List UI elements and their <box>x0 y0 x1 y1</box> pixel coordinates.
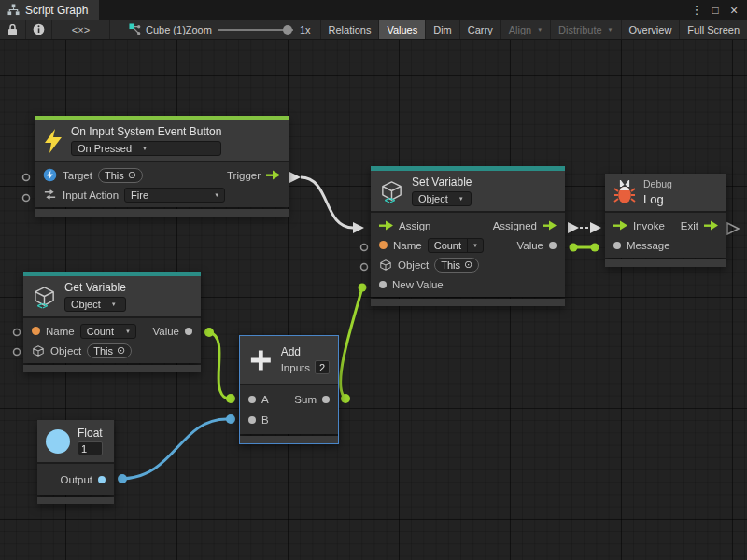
graph-canvas[interactable]: On Input System Event Button On Pressed … <box>0 40 747 560</box>
newvalue-input-port[interactable] <box>359 284 367 292</box>
add-a-input-port[interactable] <box>226 394 235 403</box>
node-header: <> Get Variable Object ▼ <box>23 276 201 316</box>
flow-arrow-icon[interactable] <box>704 220 718 231</box>
overview-button[interactable]: Overview <box>622 20 681 39</box>
b-port-dot[interactable] <box>248 416 256 424</box>
zoom-value: 1x <box>300 24 311 35</box>
graph-target[interactable]: Cube (1) <box>129 23 186 35</box>
script-graph-icon <box>7 4 20 16</box>
flow-arrow-icon[interactable] <box>543 220 557 231</box>
flow-arrow-icon[interactable] <box>613 220 627 231</box>
object-picker-icon: ⊙ <box>464 259 472 271</box>
wire-float-to-b[interactable] <box>122 419 227 479</box>
message-port-dot[interactable] <box>613 242 621 249</box>
toolbar-middle: Cube (1) Zoom 1x <box>110 20 321 39</box>
align-button[interactable]: Align ▼ <box>501 20 551 39</box>
new-value-port-row: New Value <box>371 274 565 294</box>
node-on-input-system-event[interactable]: On Input System Event Button On Pressed … <box>35 116 289 217</box>
output-port-row: Output <box>37 469 114 489</box>
trigger-output-port[interactable] <box>289 172 301 183</box>
target-object-value: This <box>105 170 124 181</box>
exit-output-ring[interactable] <box>727 223 739 234</box>
zoom-slider-handle[interactable] <box>283 25 292 35</box>
distribute-label: Distribute <box>558 24 601 35</box>
lock-icon <box>7 24 18 35</box>
input-action-value: Fire <box>125 189 154 201</box>
dim-button[interactable]: Dim <box>426 20 460 39</box>
tab-script-graph[interactable]: Script Graph <box>0 0 99 20</box>
variable-name-dropdown[interactable]: Count ▼ <box>428 238 484 253</box>
getvar-name-input-ring[interactable] <box>14 329 21 336</box>
object-picker[interactable]: This ⊙ <box>87 343 132 358</box>
port-label: Output <box>60 474 92 485</box>
inputs-count-field[interactable]: 2 <box>315 360 330 374</box>
bug-icon <box>613 180 636 204</box>
variable-scope-value: Object <box>413 193 454 204</box>
lock-button[interactable] <box>0 20 26 39</box>
maximize-icon[interactable]: □ <box>706 4 725 17</box>
assign-port-row: Assign Assigned <box>371 216 565 235</box>
carry-button[interactable]: Carry <box>460 20 501 39</box>
port-label: Invoke <box>633 220 665 231</box>
message-input-port[interactable] <box>591 244 599 252</box>
zoom-slider[interactable] <box>218 25 293 35</box>
inputaction-input-ring[interactable] <box>23 195 30 202</box>
fullscreen-button[interactable]: Full Screen <box>680 20 747 39</box>
setvar-name-input-ring[interactable] <box>361 245 368 251</box>
name-port-dot[interactable] <box>32 327 40 335</box>
values-button[interactable]: Values <box>379 20 426 39</box>
wire-sum-to-newvalue[interactable] <box>341 287 362 399</box>
distribute-button[interactable]: Distribute ▼ <box>551 20 621 39</box>
variable-scope-dropdown[interactable]: Object ▼ <box>64 297 126 312</box>
window-controls: ⋮ □ × <box>687 0 747 20</box>
node-set-variable[interactable]: <> Set Variable Object ▼ <box>371 166 565 306</box>
close-icon[interactable]: × <box>725 3 743 18</box>
node-get-variable[interactable]: <> Get Variable Object ▼ Name <box>23 272 201 372</box>
object-value: This <box>93 345 113 357</box>
port-label: Value <box>152 326 179 337</box>
relations-button[interactable]: Relations <box>321 20 380 39</box>
float-type-icon <box>46 429 70 454</box>
float-value-field[interactable]: 1 <box>78 441 103 455</box>
node-header: Add Inputs 2 <box>240 336 338 384</box>
target-input-ring[interactable] <box>23 175 30 181</box>
value-port-dot[interactable] <box>185 328 192 335</box>
flow-arrow-icon[interactable] <box>379 220 393 231</box>
new-value-port-dot[interactable] <box>379 281 387 288</box>
add-b-input-port[interactable] <box>226 414 235 424</box>
port-label: Assigned <box>493 220 537 231</box>
assigned-output-port[interactable] <box>568 222 579 233</box>
a-port-dot[interactable] <box>248 396 256 403</box>
node-debug-log[interactable]: Debug Log Invoke Exit <box>605 174 726 267</box>
wire-getvalue-to-a[interactable] <box>209 332 227 399</box>
graph-toolbar: <×> Cube (1) Zoom 1x Relations <box>0 20 747 40</box>
variable-scope-dropdown[interactable]: Object ▼ <box>412 191 472 206</box>
setvar-object-input-ring[interactable] <box>361 264 368 271</box>
node-add[interactable]: Add Inputs 2 A Sum <box>240 336 338 443</box>
info-button[interactable] <box>26 20 52 39</box>
assign-input-port[interactable] <box>353 222 364 233</box>
sum-port-dot[interactable] <box>322 396 330 403</box>
event-mode-dropdown[interactable]: On Pressed ▼ <box>71 141 221 156</box>
variable-name-value: Count <box>429 240 467 251</box>
flow-arrow-icon[interactable] <box>266 170 280 180</box>
kebab-menu-icon[interactable]: ⋮ <box>687 3 706 17</box>
port-label: Value <box>516 240 543 251</box>
name-port-dot[interactable] <box>379 241 388 249</box>
variable-name-dropdown[interactable]: Count ▼ <box>80 324 136 339</box>
target-object-picker[interactable]: This ⊙ <box>98 168 143 183</box>
object-picker[interactable]: This ⊙ <box>434 258 479 273</box>
port-label: Object <box>398 259 429 271</box>
value-port-dot[interactable] <box>549 242 557 249</box>
node-header: Float 1 <box>37 420 114 462</box>
invoke-input-port[interactable] <box>590 222 601 233</box>
chevron-down-icon: ▼ <box>137 146 152 151</box>
getvar-object-input-ring[interactable] <box>14 349 21 356</box>
node-footer <box>35 209 289 217</box>
node-footer <box>23 365 201 372</box>
wire-trigger-to-assign[interactable] <box>301 177 353 228</box>
input-action-dropdown[interactable]: Fire ▼ <box>124 188 225 203</box>
output-port-dot[interactable] <box>98 476 106 483</box>
node-float[interactable]: Float 1 Output <box>37 420 114 504</box>
zoom-to-fit-button[interactable]: <×> <box>52 20 110 39</box>
